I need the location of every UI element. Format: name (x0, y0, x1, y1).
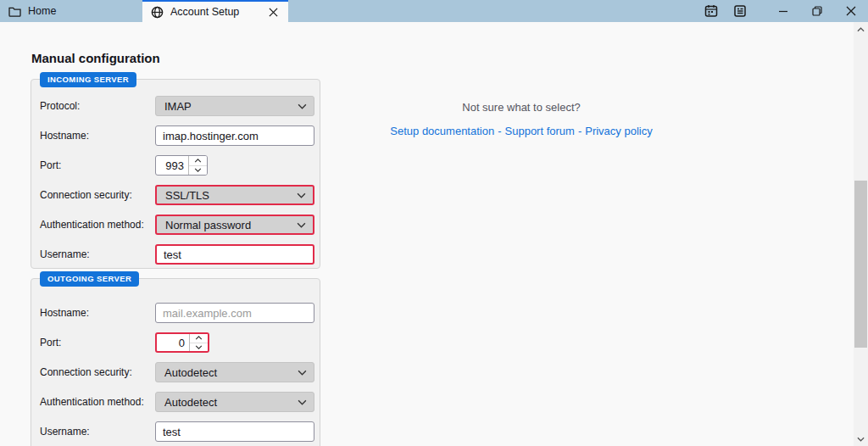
window-controls (766, 0, 868, 22)
incoming-server-panel: INCOMING SERVER Protocol: IMAP Hostname:… (31, 79, 320, 269)
incoming-auth-method-row: Authentication method: Normal password (31, 215, 320, 235)
incoming-username-input[interactable] (155, 244, 314, 265)
outgoing-server-panel: OUTGOING SERVER Hostname: Port: Connecti… (31, 278, 320, 446)
incoming-hostname-input[interactable] (155, 125, 314, 146)
incoming-auth-method-label: Authentication method: (31, 219, 155, 231)
outgoing-auth-method-select[interactable]: Autodetect (155, 392, 314, 412)
minimize-icon[interactable] (766, 0, 800, 22)
restore-icon[interactable] (800, 0, 834, 22)
outgoing-port-spinner (189, 334, 208, 351)
titlebar-icons (697, 0, 868, 22)
chevron-down-icon (297, 192, 306, 198)
outgoing-username-label: Username: (31, 426, 155, 438)
help-links: Setup documentation-Support forum-Privac… (364, 125, 678, 137)
incoming-port-label: Port: (31, 159, 155, 171)
incoming-auth-method-select[interactable]: Normal password (155, 215, 314, 235)
close-icon[interactable] (834, 0, 868, 22)
chevron-down-icon (298, 370, 307, 376)
outgoing-username-input[interactable] (155, 421, 314, 442)
spinner-up-icon[interactable] (190, 334, 208, 343)
outgoing-hostname-row: Hostname: (31, 303, 320, 323)
outgoing-port-field (155, 332, 209, 353)
link-separator: - (578, 125, 581, 137)
outgoing-auth-method-row: Authentication method: Autodetect (31, 392, 320, 412)
outgoing-username-row: Username: (31, 421, 320, 442)
outgoing-connection-security-label: Connection security: (31, 366, 155, 378)
incoming-port-row: Port: (31, 155, 320, 176)
setup-documentation-link[interactable]: Setup documentation (390, 125, 494, 137)
incoming-connection-security-select[interactable]: SSL/TLS (155, 185, 314, 205)
support-forum-link[interactable]: Support forum (505, 125, 575, 137)
help-question: Not sure what to select? (364, 101, 678, 114)
chevron-down-icon (298, 399, 307, 405)
scrollbar-down-icon[interactable] (854, 432, 868, 446)
tab-account-setup-label: Account Setup (170, 6, 260, 18)
page-title: Manual configuration (31, 51, 160, 65)
outgoing-auth-method-label: Authentication method: (31, 396, 155, 408)
incoming-hostname-label: Hostname: (31, 130, 155, 142)
incoming-port-spinner (188, 156, 207, 175)
outgoing-port-label: Port: (31, 337, 155, 348)
tab-close-icon[interactable] (267, 6, 280, 19)
incoming-port-field (155, 155, 208, 176)
scrollbar-up-icon[interactable] (854, 22, 868, 36)
outgoing-port-row: Port: (31, 332, 320, 353)
incoming-protocol-row: Protocol: IMAP (31, 96, 320, 116)
outgoing-server-badge: OUTGOING SERVER (40, 271, 139, 287)
outgoing-hostname-input[interactable] (155, 303, 314, 323)
spinner-down-icon[interactable] (189, 165, 207, 176)
tasks-icon[interactable] (726, 0, 754, 22)
incoming-username-label: Username: (31, 248, 155, 260)
vertical-scrollbar[interactable] (854, 22, 868, 446)
incoming-hostname-row: Hostname: (31, 125, 320, 146)
scrollbar-thumb[interactable] (854, 181, 867, 348)
chevron-down-icon (298, 103, 307, 109)
outgoing-connection-security-row: Connection security: Autodetect (31, 362, 320, 382)
globe-icon (151, 6, 164, 19)
account-setup-content: Manual configuration INCOMING SERVER Pro… (0, 22, 868, 446)
outgoing-connection-security-select[interactable]: Autodetect (155, 362, 314, 382)
incoming-server-badge: INCOMING SERVER (40, 72, 136, 87)
incoming-connection-security-row: Connection security: SSL/TLS (31, 185, 320, 205)
incoming-protocol-select[interactable]: IMAP (155, 96, 314, 116)
tab-home[interactable]: Home (0, 0, 142, 22)
incoming-connection-security-label: Connection security: (31, 189, 155, 201)
spinner-down-icon[interactable] (190, 343, 208, 352)
outgoing-hostname-label: Hostname: (31, 307, 155, 319)
tab-account-setup[interactable]: Account Setup (142, 0, 288, 22)
titlebar: Home Account Setup (0, 0, 868, 22)
link-separator: - (498, 125, 501, 137)
incoming-username-row: Username: (31, 244, 320, 265)
outgoing-port-input[interactable] (157, 334, 189, 351)
incoming-port-input[interactable] (156, 156, 188, 175)
tab-home-label: Home (28, 5, 56, 17)
calendar-icon[interactable] (697, 0, 726, 22)
chevron-down-icon (297, 222, 306, 228)
folder-icon (8, 6, 21, 17)
incoming-protocol-label: Protocol: (31, 100, 155, 112)
help-column: Not sure what to select? Setup documenta… (364, 101, 678, 137)
privacy-policy-link[interactable]: Privacy policy (585, 125, 652, 137)
spinner-up-icon[interactable] (189, 156, 207, 165)
